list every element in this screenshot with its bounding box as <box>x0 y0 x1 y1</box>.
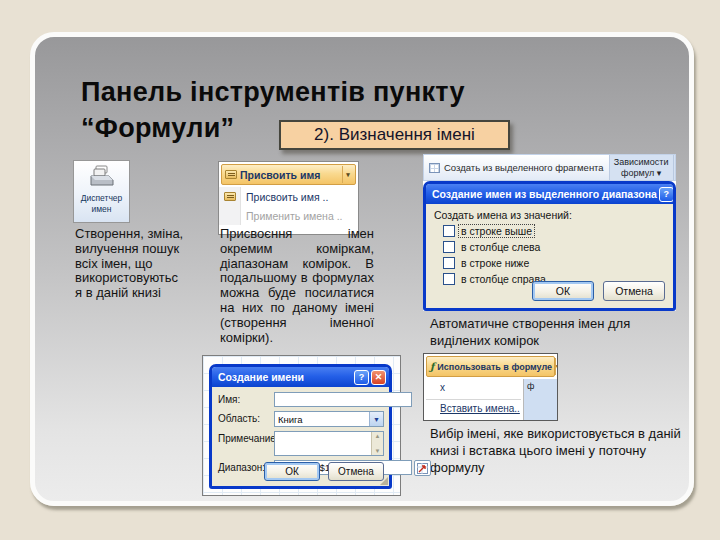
menu-item-label: Применить имена .. <box>241 210 342 222</box>
assign-name-button-label: Присвоить имя <box>240 169 320 181</box>
create-name-snippet: Создание имени ? ✕ Имя: Область: Книга ▼ <box>202 355 401 496</box>
name-manager-icon <box>88 173 116 190</box>
use-in-formula-button-label: Использовать в формуле <box>437 362 552 372</box>
formula-dependencies-label1: Зависимости <box>614 157 669 167</box>
menu-gutter <box>219 187 241 206</box>
scroll-up-icon[interactable]: ▲ <box>375 433 381 439</box>
checkbox-group-label: Создать имена из значений: <box>434 209 665 221</box>
field-row-comment: Примечание: ▲▼ <box>218 431 384 456</box>
dialog-title-bar[interactable]: Создание имени ? ✕ <box>212 367 389 387</box>
use-in-formula-caption: Вибір імені, яке використовується в дані… <box>430 426 682 477</box>
checkbox[interactable] <box>443 225 455 237</box>
name-tag-icon <box>225 170 237 179</box>
section-callout: 2). Визначення імені <box>279 120 510 150</box>
assign-name-snippet: Присвоить имя ▾ Присвоить имя .. Примени… <box>218 161 359 235</box>
help-icon[interactable]: ? <box>659 187 673 202</box>
assign-name-menu: Присвоить имя .. Применить имена .. <box>219 187 358 225</box>
slide-panel: Панель інструментів пункту “Формули” 2).… <box>30 32 694 506</box>
name-field-label: Имя: <box>218 392 274 405</box>
ok-button[interactable]: ОК <box>532 281 594 301</box>
cancel-button[interactable]: Отмена <box>603 281 665 301</box>
name-input[interactable] <box>274 392 412 407</box>
assign-name-caption: Присвоєння імен окремим коміркам, діапаз… <box>220 227 374 346</box>
field-row-name: Имя: <box>218 392 384 407</box>
checkbox[interactable] <box>443 241 455 253</box>
menu-item-name[interactable]: x <box>424 379 523 395</box>
ribbon-cut-text: вычи <box>674 155 676 180</box>
scrollbar[interactable]: ▲▼ <box>371 432 383 455</box>
scope-select[interactable]: Книга ▼ <box>274 411 384 427</box>
create-name-dialog: Создание имени ? ✕ Имя: Область: Книга ▼ <box>209 364 392 489</box>
name-manager-button[interactable]: Диспетчер имен <box>73 160 130 223</box>
chevron-down-icon[interactable]: ▼ <box>369 412 383 426</box>
fx-icon: ƒ <box>430 362 434 372</box>
use-in-formula-menu: x Вставить имена.. <box>424 379 524 421</box>
checkbox-row-in-row-below[interactable]: в строке ниже <box>443 257 665 269</box>
checkbox[interactable] <box>443 273 455 285</box>
selection-dialog-caption: Автоматичне створення імен для виділених… <box>430 316 670 350</box>
menu-item-paste-names[interactable]: Вставить имена.. <box>424 400 523 416</box>
name-manager-caption: Створення, зміна, вилучення пошук всіх і… <box>75 227 211 301</box>
comment-textarea[interactable]: ▲▼ <box>274 431 384 456</box>
create-from-selection-button[interactable]: Создать из выделенного фрагмента <box>424 155 610 180</box>
page-title-line1: Панель інструментів пункту <box>81 75 511 111</box>
formula-dependencies-label2: формул ▾ <box>621 168 661 178</box>
checkbox[interactable] <box>443 257 455 269</box>
use-in-formula-snippet: ƒ Использовать в формуле ▾ x Вставить им… <box>423 353 558 421</box>
dialog-title: Создание имени <box>218 371 304 383</box>
checkbox-label: в строке ниже <box>459 257 531 269</box>
create-names-from-selection-dialog: Создание имен из выделенного диапазона ?… <box>423 181 676 311</box>
scope-select-value: Книга <box>275 414 369 425</box>
checkbox-label: в строке выше <box>459 225 534 237</box>
close-icon[interactable]: ✕ <box>371 370 386 385</box>
checkbox-label: в столбце слева <box>459 241 542 253</box>
checkbox-row-in-row-above[interactable]: в строке выше <box>443 225 665 237</box>
ok-button[interactable]: ОК <box>264 462 320 481</box>
menu-item-apply-names[interactable]: Применить имена .. <box>219 206 358 225</box>
assign-name-button[interactable]: Присвоить имя ▾ <box>221 164 356 185</box>
dialog-body: Создать имена из значений: в строке выше… <box>426 204 673 308</box>
formula-dependencies-button[interactable]: Зависимости формул ▾ <box>610 155 674 180</box>
slide: Панель інструментів пункту “Формули” 2).… <box>0 0 720 540</box>
ribbon-partial-text: ф <box>524 379 557 421</box>
field-row-scope: Область: Книга ▼ <box>218 411 384 427</box>
dropdown-arrow-icon[interactable]: ▾ <box>342 166 353 183</box>
dialog-title-bar[interactable]: Создание имен из выделенного диапазона ?… <box>426 184 673 204</box>
menu-item-label: Присвоить имя .. <box>241 191 328 203</box>
menu-gutter <box>219 206 241 225</box>
comment-field-label: Примечание: <box>218 431 274 444</box>
create-from-selection-icon <box>429 163 440 173</box>
use-in-formula-button[interactable]: ƒ Использовать в формуле ▾ <box>426 356 555 377</box>
range-picker-icon[interactable] <box>414 460 431 476</box>
cancel-button[interactable]: Отмена <box>328 462 384 481</box>
help-icon[interactable]: ? <box>354 370 369 385</box>
dialog-body: Имя: Область: Книга ▼ Примечание: ▲▼ <box>212 387 389 486</box>
name-tag-icon <box>224 192 236 201</box>
selection-dialog-snippet: Создать из выделенного фрагмента Зависим… <box>423 154 676 311</box>
checkbox-row-in-left-column[interactable]: в столбце слева <box>443 241 665 253</box>
scope-field-label: Область: <box>218 411 274 424</box>
dropdown-arrow-icon[interactable]: ▾ <box>555 358 558 375</box>
scroll-down-icon[interactable]: ▼ <box>375 448 381 454</box>
menu-item-assign-name[interactable]: Присвоить имя .. <box>219 187 358 206</box>
dialog-title: Создание имен из выделенного диапазона <box>432 188 657 200</box>
create-from-selection-label: Создать из выделенного фрагмента <box>444 162 604 173</box>
name-manager-label: Диспетчер имен <box>74 193 129 214</box>
ribbon-fragment: Создать из выделенного фрагмента Зависим… <box>423 154 676 181</box>
